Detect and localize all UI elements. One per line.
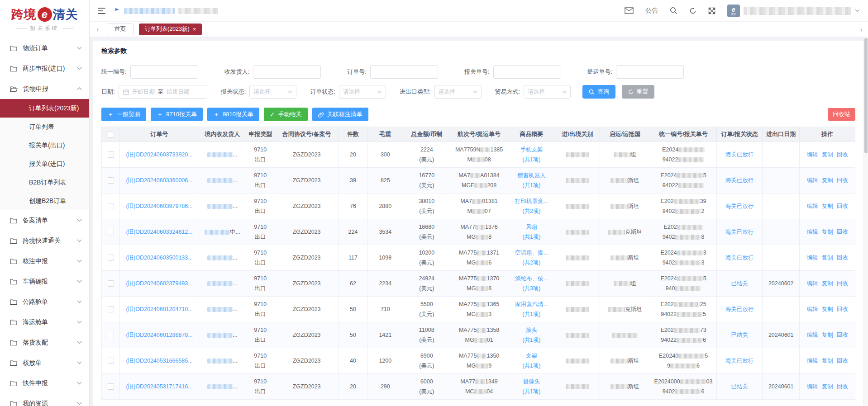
edit-link[interactable]: 编辑 [807,253,818,263]
edit-link[interactable]: 编辑 [807,382,818,392]
sidebar-item-sea-manifest[interactable]: 海运舱单 [0,312,89,332]
unified-no-input[interactable] [130,65,198,79]
edit-link[interactable]: 编辑 [807,356,818,366]
refresh-icon[interactable] [689,7,696,14]
page-scrollbar[interactable] [863,37,868,406]
lading-no-input[interactable] [616,65,684,79]
row-checkbox[interactable] [108,306,114,312]
row-checkbox[interactable] [108,229,114,235]
copy-link[interactable]: 复制 [822,279,833,289]
order-status-select[interactable]: 请选择 [339,85,386,99]
sidebar-item-logistics-orders[interactable]: 物流订单 [0,38,89,58]
recycle-link[interactable]: 回收 [837,175,848,186]
mail-icon[interactable] [625,7,634,14]
menu-toggle-icon[interactable] [98,8,105,14]
copy-link[interactable]: 复制 [822,150,833,160]
copy-link[interactable]: 复制 [822,201,833,212]
goods-summary-link[interactable]: 手机支架(共1项) [520,145,543,165]
sidebar-item-record-list[interactable]: 备案清单 [0,210,89,231]
status-link[interactable]: 海关已放行 [725,175,754,186]
create-9810-declaration-button[interactable]: ＋9810报关单 [207,108,259,121]
sidebar-subitem-order-list-2023[interactable]: 订单列表(2023新) [0,99,89,118]
copy-link[interactable]: 复制 [822,304,833,315]
goods-summary-link[interactable]: 涤纶布、按...(共3项) [515,274,548,294]
sidebar-item-road-manifest[interactable]: 公路舱单 [0,292,89,312]
edit-link[interactable]: 编辑 [807,201,818,212]
recycle-link[interactable]: 回收 [837,356,848,366]
create-9710-declaration-button[interactable]: ＋9710报关单 [151,108,203,121]
status-link[interactable]: 海关已放行 [725,227,754,237]
goods-summary-link[interactable]: 擦窗机器人(共1项) [517,170,546,191]
tab-scroll-right-icon[interactable]: › [860,25,863,33]
row-checkbox[interactable] [108,358,114,364]
date-range-picker[interactable]: 开始日期 至 结束日期 [119,85,207,99]
search-icon[interactable] [670,7,677,14]
status-link[interactable]: 海关已放行 [725,356,754,366]
tab-order-list-2023[interactable]: 订单列表(2023新)× [139,24,202,35]
sidebar-item-cross-border-fast-clearance[interactable]: 跨境快速通关 [0,231,89,251]
status-link[interactable]: 已结关 [731,382,749,392]
order-link[interactable]: (旧)OD20240602379493... [126,279,192,289]
row-checkbox[interactable] [108,280,114,287]
manual-close-button[interactable]: ✓手动结关 [264,108,308,121]
row-checkbox[interactable] [108,383,114,390]
announcement-link[interactable]: 公告 [645,7,658,15]
recycle-link[interactable]: 回收 [837,227,848,237]
sidebar-item-my-resources[interactable]: 我的资源 [0,393,89,406]
consignee-input[interactable] [253,65,321,79]
edit-link[interactable]: 编辑 [807,279,818,289]
tab-scroll-left-icon[interactable]: ‹ [94,25,101,33]
sidebar-item-express-declare[interactable]: 快件申报 [0,373,89,393]
declaration-no-input[interactable] [493,65,561,79]
order-link[interactable]: (旧)OD20240603733920... [126,150,192,160]
order-link[interactable]: (旧)OD20240601288878... [126,330,192,340]
ie-type-select[interactable]: 请选择 [434,85,482,99]
goods-summary-link[interactable]: 空调扇、摄...(共2项) [515,248,548,268]
status-link[interactable]: 海关已放行 [725,201,754,212]
row-checkbox[interactable] [108,151,114,158]
row-checkbox[interactable] [108,203,114,209]
row-checkbox[interactable] [108,255,114,261]
tab-home[interactable]: 首页 [107,24,134,35]
sidebar-item-release-form[interactable]: 核放单 [0,353,89,373]
recycle-link[interactable]: 回收 [837,201,848,212]
copy-link[interactable]: 复制 [822,382,833,392]
goods-summary-link[interactable]: 风扇(共1项) [522,222,540,242]
sidebar-subitem-declaration-import[interactable]: 报关单(进口) [0,155,89,173]
order-link[interactable]: (旧)OD20240603979786... [126,201,192,212]
order-link[interactable]: (旧)OD20240531717416... [126,382,192,392]
query-button[interactable]: 查询 [582,85,615,99]
recycle-link[interactable]: 回收 [837,150,848,160]
recycle-bin-button[interactable]: 回收站 [828,108,855,121]
goods-summary-link[interactable]: 支架(共1项) [522,351,540,371]
edit-link[interactable]: 编辑 [807,227,818,237]
goods-summary-link[interactable]: 家用蒸汽清...(共1项) [515,299,548,320]
trade-mode-select[interactable]: 请选择 [524,85,571,99]
edit-link[interactable]: 编辑 [807,304,818,315]
sidebar-item-goods-declare[interactable]: 货物申报 [0,79,89,99]
sidebar-subitem-create-b2b-order[interactable]: 创建B2B订单 [0,192,89,210]
copy-link[interactable]: 复制 [822,253,833,263]
row-checkbox[interactable] [108,332,114,338]
sidebar-item-vehicle-confirm[interactable]: 车辆确报 [0,271,89,292]
goods-summary-link[interactable]: 打印机墨盒...(共2项) [515,196,548,217]
order-link[interactable]: (旧)OD20240603324612... [126,227,192,237]
sidebar-subitem-order-list[interactable]: 订单列表 [0,118,89,136]
recycle-link[interactable]: 回收 [837,330,848,340]
status-link[interactable]: 海关已放行 [725,150,754,160]
recycle-link[interactable]: 回收 [837,304,848,315]
select-all-checkbox[interactable] [108,132,114,138]
copy-link[interactable]: 复制 [822,175,833,186]
copy-link[interactable]: 复制 [822,330,833,340]
sidebar-item-two-step-declare-import[interactable]: 两步申报(进口) [0,58,89,79]
scrollbar-thumb[interactable] [864,38,868,153]
general-trade-button[interactable]: ＋一般贸易 [101,108,146,121]
order-link[interactable]: (旧)OD20240531666585... [126,356,192,366]
recycle-link[interactable]: 回收 [837,382,848,392]
copy-link[interactable]: 复制 [822,356,833,366]
row-checkbox[interactable] [108,177,114,184]
copy-link[interactable]: 复制 [822,227,833,237]
order-link[interactable]: (旧)OD20240603360006... [126,175,192,186]
edit-link[interactable]: 编辑 [807,175,818,186]
status-link[interactable]: 已结关 [731,330,749,340]
